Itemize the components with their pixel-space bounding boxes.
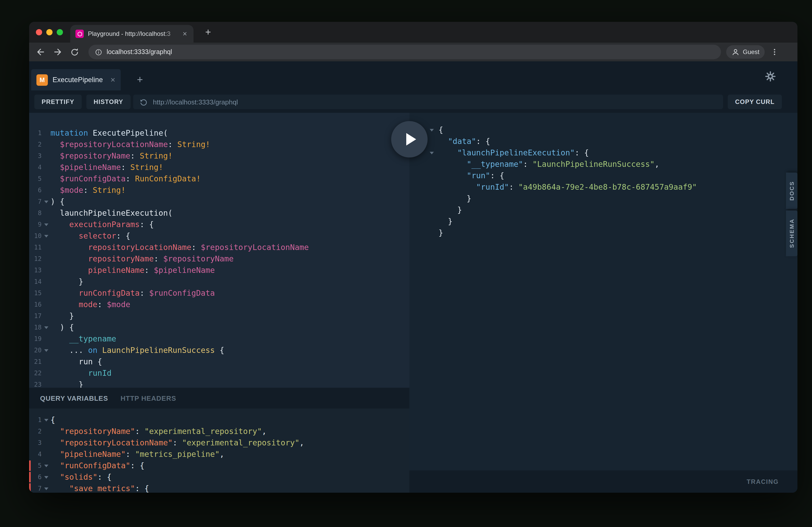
profile-chip[interactable]: Guest xyxy=(726,45,765,59)
fold-caret-icon[interactable] xyxy=(44,224,48,226)
code-text[interactable]: pipelineName: $pipelineName xyxy=(50,265,215,276)
zoom-window-button[interactable] xyxy=(57,29,63,35)
code-line: 2 "repositoryName": "experimental_reposi… xyxy=(29,426,409,437)
code-line: "__typename": "LaunchPipelineRunSuccess"… xyxy=(409,159,797,170)
line-number: 6 xyxy=(29,184,50,196)
gutter: 22 xyxy=(29,367,50,379)
code-text[interactable]: "pipelineName": "metrics_pipeline", xyxy=(50,449,224,460)
minimize-window-button[interactable] xyxy=(46,29,53,35)
new-tab-button[interactable]: + xyxy=(201,25,215,40)
code-text[interactable]: "repositoryLocationName": "experimental_… xyxy=(50,437,304,449)
close-playground-tab-icon[interactable]: ✕ xyxy=(110,76,115,84)
line-number: 4 xyxy=(29,449,50,460)
gutter: 1 xyxy=(29,414,50,426)
code-text[interactable]: } xyxy=(50,310,74,322)
fold-caret-icon[interactable] xyxy=(44,201,48,203)
code-text[interactable]: $mode: String! xyxy=(50,184,126,196)
address-bar[interactable]: localhost:3333/graphql xyxy=(88,45,721,59)
add-playground-tab-button[interactable]: + xyxy=(131,69,149,90)
browser-window: Playground - http://localhost:3 ✕ + loca… xyxy=(29,22,797,493)
gutter: 16 xyxy=(29,299,50,310)
browser-tab[interactable]: Playground - http://localhost:3 ✕ xyxy=(70,25,193,43)
code-text[interactable]: } xyxy=(438,204,462,216)
fold-caret-icon[interactable] xyxy=(44,349,48,352)
query-editor[interactable]: 1mutation ExecutePipeline(2 $repositoryL… xyxy=(29,113,409,388)
code-text[interactable]: "run": { xyxy=(438,170,504,181)
line-number: 11 xyxy=(29,242,50,253)
code-text[interactable]: } xyxy=(50,276,83,287)
code-text[interactable]: executionParams: { xyxy=(50,219,154,230)
history-undo-icon[interactable] xyxy=(140,98,148,106)
fold-caret-icon[interactable] xyxy=(44,235,48,238)
settings-gear-icon[interactable] xyxy=(765,71,775,81)
execute-query-button[interactable] xyxy=(391,121,427,157)
code-line: "run": { xyxy=(409,170,797,181)
code-line: } xyxy=(409,227,797,239)
browser-menu-button[interactable] xyxy=(768,46,781,58)
code-text[interactable]: $runConfigData: RunConfigData! xyxy=(50,173,201,184)
code-text[interactable]: runId xyxy=(50,367,112,379)
reload-button[interactable] xyxy=(68,46,81,58)
code-text[interactable]: runConfigData: $runConfigData xyxy=(50,287,215,299)
code-line: 18 ) { xyxy=(29,322,409,333)
fold-caret-icon[interactable] xyxy=(44,419,48,421)
forward-button[interactable] xyxy=(52,46,64,58)
code-text[interactable]: "runId": "a49b864a-79e2-4be8-b78c-687457… xyxy=(438,181,697,193)
code-text[interactable]: launchPipelineExecution( xyxy=(50,207,173,219)
code-text[interactable]: } xyxy=(438,193,471,204)
code-text[interactable]: } xyxy=(438,227,443,239)
code-line: 4 "pipelineName": "metrics_pipeline", xyxy=(29,449,409,460)
code-text[interactable]: run { xyxy=(50,356,102,367)
copy-curl-button[interactable]: COPY CURL xyxy=(728,94,782,109)
history-button[interactable]: HISTORY xyxy=(86,94,131,109)
code-text[interactable]: { xyxy=(50,414,55,426)
code-text[interactable]: repositoryName: $repositoryName xyxy=(50,253,234,265)
code-text[interactable]: "solids": { xyxy=(50,471,112,483)
fold-caret-icon[interactable] xyxy=(44,487,48,490)
response-viewer[interactable]: { "data": { "launchPipelineExecution": {… xyxy=(409,113,797,470)
playground-tab-executepipeline[interactable]: M ExecutePipeline ✕ xyxy=(31,69,121,90)
code-text[interactable]: "runConfigData": { xyxy=(50,460,144,471)
site-info-icon[interactable] xyxy=(95,48,102,56)
code-text[interactable]: selector: { xyxy=(50,230,130,242)
code-text[interactable]: "launchPipelineExecution": { xyxy=(438,147,589,159)
docs-side-tab[interactable]: DOCS xyxy=(786,172,797,209)
code-text[interactable]: { xyxy=(438,124,443,136)
code-text[interactable]: $repositoryLocationName: String! xyxy=(50,139,210,150)
fold-caret-icon[interactable] xyxy=(430,152,434,154)
variables-editor[interactable]: 1{2 "repositoryName": "experimental_repo… xyxy=(29,408,409,493)
code-text[interactable]: mutation ExecutePipeline( xyxy=(50,127,168,139)
close-tab-icon[interactable]: ✕ xyxy=(182,29,188,38)
tab-query-variables[interactable]: QUERY VARIABLES xyxy=(40,394,108,402)
endpoint-input[interactable]: http://localhost:3333/graphql xyxy=(133,94,723,109)
fold-caret-icon[interactable] xyxy=(44,476,48,479)
code-text[interactable]: } xyxy=(50,379,83,388)
back-button[interactable] xyxy=(34,46,47,58)
schema-side-tab[interactable]: SCHEMA xyxy=(786,210,797,256)
code-text[interactable]: $repositoryName: String! xyxy=(50,150,173,162)
code-text[interactable]: ) { xyxy=(50,322,74,333)
code-text[interactable]: ... on LaunchPipelineRunSuccess { xyxy=(50,345,224,356)
code-text[interactable]: "data": { xyxy=(438,136,490,147)
tracing-bar[interactable]: TRACING xyxy=(409,470,797,493)
code-text[interactable]: ) { xyxy=(50,196,64,207)
code-text[interactable]: } xyxy=(438,216,452,227)
fold-caret-icon[interactable] xyxy=(44,326,48,329)
fold-caret-icon[interactable] xyxy=(44,465,48,467)
code-text[interactable]: "repositoryName": "experimental_reposito… xyxy=(50,426,266,437)
tab-http-headers[interactable]: HTTP HEADERS xyxy=(121,394,176,402)
code-text[interactable]: "save_metrics": { xyxy=(50,483,149,493)
code-line: } xyxy=(409,204,797,216)
fold-caret-icon[interactable] xyxy=(430,129,434,132)
code-text[interactable]: mode: $mode xyxy=(50,299,130,310)
code-text[interactable]: $pipelineName: String! xyxy=(50,162,163,173)
line-number: 1 xyxy=(29,127,50,139)
close-window-button[interactable] xyxy=(36,29,42,35)
code-text[interactable]: __typename xyxy=(50,333,116,345)
code-line: "runId": "a49b864a-79e2-4be8-b78c-687457… xyxy=(409,181,797,193)
code-line: 15 runConfigData: $runConfigData xyxy=(29,287,409,299)
code-text[interactable]: repositoryLocationName: $repositoryLocat… xyxy=(50,242,309,253)
prettify-button[interactable]: PRETTIFY xyxy=(34,94,82,109)
code-text[interactable]: "__typename": "LaunchPipelineRunSuccess"… xyxy=(438,159,659,170)
gutter: 3 xyxy=(29,150,50,162)
